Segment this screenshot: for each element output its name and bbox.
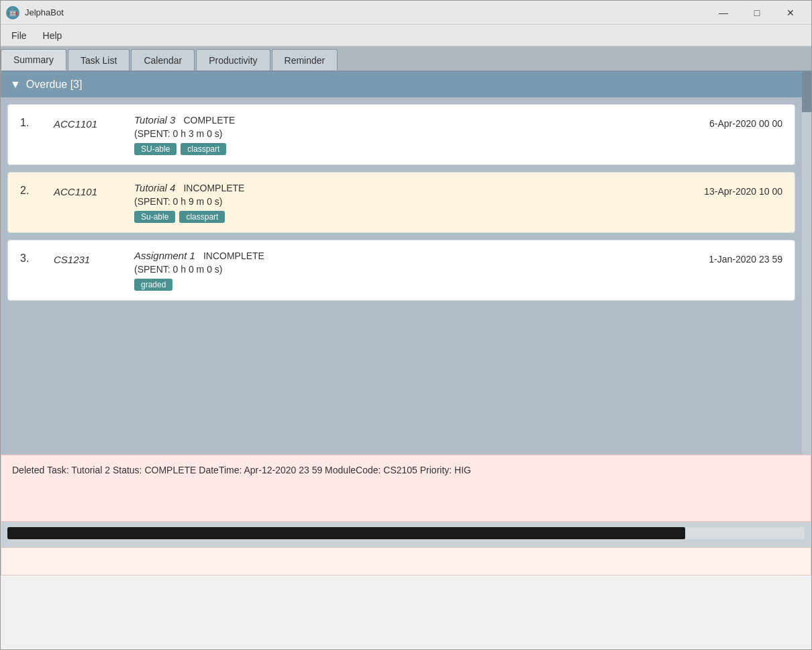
task-spent-3: (SPENT: 0 h 0 m 0 s) <box>134 264 662 275</box>
task-card-2[interactable]: 2. ACC1101 Tutorial 4 INCOMPLETE (SPENT:… <box>7 172 795 233</box>
task-title-2: Tutorial 4 <box>134 182 175 193</box>
task-module-3: CS1231 <box>54 250 121 265</box>
task-tags-1: SU-able classpart <box>134 143 662 155</box>
tab-summary[interactable]: Summary <box>1 49 66 71</box>
task-title-row-1: Tutorial 3 COMPLETE <box>134 114 662 126</box>
title-bar: 🤖 JelphaBot — □ ✕ <box>1 1 811 25</box>
content-inner: ▼ Overdue [3] 1. ACC1101 Tutorial 3 COMP… <box>1 72 802 308</box>
task-status-3: INCOMPLETE <box>203 250 264 261</box>
title-bar-controls: — □ ✕ <box>708 3 806 22</box>
task-status-2: INCOMPLETE <box>183 183 244 193</box>
task-module-2: ACC1101 <box>54 182 121 197</box>
main-wrapper: ▼ Overdue [3] 1. ACC1101 Tutorial 3 COMP… <box>1 72 811 455</box>
app-icon: 🤖 <box>6 6 19 19</box>
tag-3-0: graded <box>134 279 172 291</box>
task-details-1: Tutorial 3 COMPLETE (SPENT: 0 h 3 m 0 s)… <box>134 114 662 155</box>
task-date-2: 13-Apr-2020 10 00 <box>675 182 782 197</box>
progress-bar-fill <box>7 527 685 539</box>
notification-text: Deleted Task: Tutorial 2 Status: COMPLET… <box>12 465 471 475</box>
task-number-3: 3. <box>20 250 40 265</box>
menu-file[interactable]: File <box>3 28 35 44</box>
section-body: 1. ACC1101 Tutorial 3 COMPLETE (SPENT: 0… <box>1 97 802 308</box>
tag-2-0: Su-able <box>134 211 175 223</box>
menu-help[interactable]: Help <box>35 28 70 44</box>
progress-bar-track <box>7 527 805 539</box>
task-details-2: Tutorial 4 INCOMPLETE (SPENT: 0 h 9 m 0 … <box>134 182 662 223</box>
progress-bar-container <box>1 522 811 547</box>
scroll-thumb[interactable] <box>802 72 811 112</box>
tab-productivity[interactable]: Productivity <box>196 49 270 71</box>
task-details-3: Assignment 1 INCOMPLETE (SPENT: 0 h 0 m … <box>134 250 662 291</box>
tab-calendar[interactable]: Calendar <box>131 49 195 71</box>
section-header: ▼ Overdue [3] <box>1 72 802 97</box>
tag-1-0: SU-able <box>134 143 176 155</box>
tab-bar: Summary Task List Calendar Productivity … <box>1 46 811 72</box>
task-card-3[interactable]: 3. CS1231 Assignment 1 INCOMPLETE (SPENT… <box>7 240 795 301</box>
scroll-track[interactable] <box>802 72 811 455</box>
bottom-area: Deleted Task: Tutorial 2 Status: COMPLET… <box>1 455 811 575</box>
section-title: Overdue [3] <box>26 79 83 91</box>
task-number-2: 2. <box>20 182 40 197</box>
title-bar-left: 🤖 JelphaBot <box>6 6 64 19</box>
task-module-1: ACC1101 <box>54 114 121 130</box>
task-spent-2: (SPENT: 0 h 9 m 0 s) <box>134 196 662 207</box>
task-title-1: Tutorial 3 <box>134 114 175 126</box>
task-spent-1: (SPENT: 0 h 3 m 0 s) <box>134 128 662 139</box>
task-title-3: Assignment 1 <box>134 250 195 261</box>
task-date-3: 1-Jan-2020 23 59 <box>675 250 782 265</box>
input-area[interactable] <box>1 547 811 575</box>
task-title-row-3: Assignment 1 INCOMPLETE <box>134 250 662 261</box>
app-title: JelphaBot <box>25 7 64 17</box>
tab-reminder[interactable]: Reminder <box>272 49 338 71</box>
collapse-icon[interactable]: ▼ <box>10 79 21 91</box>
tag-1-1: classpart <box>181 143 226 155</box>
tab-tasklist[interactable]: Task List <box>68 49 130 71</box>
menu-bar: File Help <box>1 25 811 46</box>
task-tags-2: Su-able classpart <box>134 211 662 223</box>
maximize-button[interactable]: □ <box>742 3 772 22</box>
task-title-row-2: Tutorial 4 INCOMPLETE <box>134 182 662 193</box>
task-tags-3: graded <box>134 279 662 291</box>
minimize-button[interactable]: — <box>708 3 739 22</box>
task-status-1: COMPLETE <box>183 115 235 126</box>
command-input[interactable] <box>9 553 803 564</box>
notification-bar: Deleted Task: Tutorial 2 Status: COMPLET… <box>1 455 811 522</box>
task-number-1: 1. <box>20 114 40 129</box>
task-card-1[interactable]: 1. ACC1101 Tutorial 3 COMPLETE (SPENT: 0… <box>7 104 795 165</box>
close-button[interactable]: ✕ <box>775 3 806 22</box>
tag-2-1: classpart <box>179 211 225 223</box>
task-date-1: 6-Apr-2020 00 00 <box>675 114 782 129</box>
